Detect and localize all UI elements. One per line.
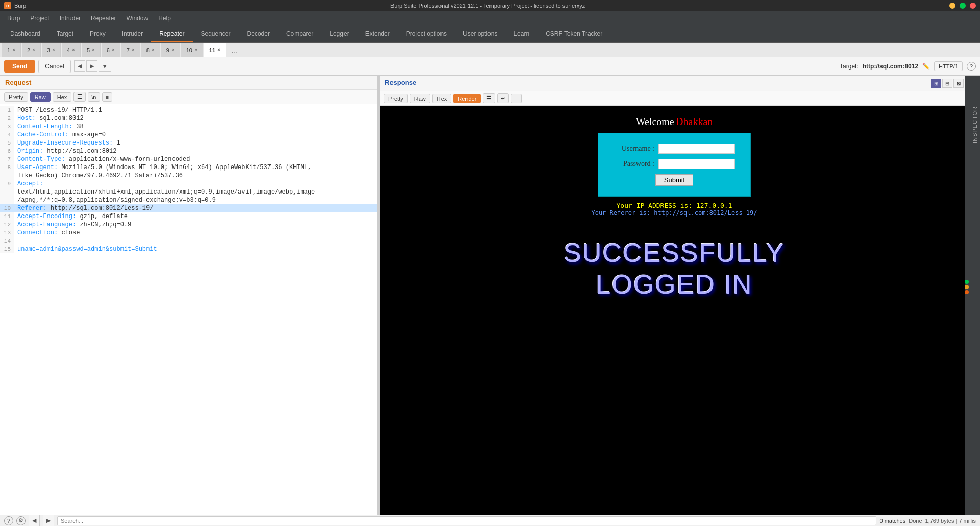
back-button[interactable]: ◀ [74,60,85,72]
response-header: Response ⊞ ⊟ ⊠ [380,76,969,91]
req-menu-btn[interactable]: ≡ [102,92,112,102]
code-line-5: 5 Upgrade-Insecure-Requests: 1 [0,139,377,147]
tab-intruder[interactable]: Intruder [114,26,151,42]
window-controls[interactable]: B Burp [4,2,26,9]
bottom-bar: ? ⚙ ◀ ▶ 0 matches Done 1,769 bytes | 7 m… [0,515,980,526]
menu-repeater[interactable]: Repeater [86,13,121,24]
send-button[interactable]: Send [4,60,35,73]
target-label: Target: [840,63,859,70]
resp-pretty-btn[interactable]: Pretty [384,94,408,103]
rep-tab-4[interactable]: 4 × [62,43,81,57]
code-line-9a: text/html,application/xhtml+xml,applicat… [0,188,377,196]
rep-tab-6[interactable]: 6 × [102,43,120,57]
win-buttons[interactable] [949,3,976,9]
tab-comparer[interactable]: Comparer [278,26,322,42]
menu-project[interactable]: Project [25,13,54,24]
tab-user-options[interactable]: User options [455,26,505,42]
bottom-forward-button[interactable]: ▶ [43,515,54,526]
down-arrow-button[interactable]: ▼ [99,61,111,72]
rep-tab-7[interactable]: 7 × [121,43,140,57]
rep-tab-5[interactable]: 5 × [82,43,101,57]
cancel-button[interactable]: Cancel [38,60,70,73]
resp-hex-btn[interactable]: Hex [432,94,452,103]
resp-raw-btn[interactable]: Raw [410,94,430,103]
menubar-burp: Burp [14,3,26,9]
rep-tab-9[interactable]: 9 × [161,43,180,57]
req-pretty-btn[interactable]: Pretty [4,92,28,102]
rep-tab-3[interactable]: 3 × [42,43,61,57]
rep-tab-1[interactable]: 1 × [2,43,21,57]
username-row: Username : [614,144,735,154]
settings-button[interactable]: ⚙ [16,516,26,525]
tab-proxy[interactable]: Proxy [82,26,114,42]
titlebar: B Burp Burp Suite Professional v2021.12.… [0,0,980,11]
request-code-area[interactable]: 1 POST /Less-19/ HTTP/1.1 2 Host: sql.co… [0,104,377,515]
tab-csrf[interactable]: CSRF Token Tracker [537,26,610,42]
welcome-text: Welcome [636,116,674,127]
tab-project-options[interactable]: Project options [398,26,455,42]
nav-arrows: ◀ ▶ ▼ [74,60,111,72]
toolbar: Send Cancel ◀ ▶ ▼ Target: http://sql.com… [0,57,980,76]
rep-tab-2[interactable]: 2 × [22,43,41,57]
request-header: Request [0,76,377,90]
maximize-button[interactable] [960,3,966,9]
code-line-9b: /apng,*/*;q=0.8,application/signed-excha… [0,196,377,204]
tab-sequencer[interactable]: Sequencer [193,26,239,42]
minimize-button[interactable] [949,3,955,9]
view-single-btn[interactable]: ⊠ [953,79,964,88]
dhakkan-text: Dhakkan [676,116,713,127]
referer-text: Your Referer is: http://sql.com:8012/Les… [380,209,969,217]
code-line-8b: like Gecko) Chrome/97.0.4692.71 Safari/5… [0,172,377,180]
tab-dashboard[interactable]: Dashboard [2,26,48,42]
code-line-15: 15 uname=admin&passwd=admin&submit=Submi… [0,245,377,253]
tab-extender[interactable]: Extender [357,26,398,42]
request-format-bar: Pretty Raw Hex ☰ \n ≡ [0,90,377,104]
password-input[interactable] [658,159,735,169]
tab-logger[interactable]: Logger [322,26,357,42]
edit-icon[interactable]: ✏️ [922,63,930,70]
http-version[interactable]: HTTP/1 [934,61,963,71]
tab-target[interactable]: Target [48,26,82,42]
inspector-label[interactable]: INSPECTOR [972,106,978,144]
close-button[interactable] [970,3,976,9]
req-hex-btn[interactable]: Hex [53,92,72,102]
search-input[interactable] [57,516,876,525]
bottom-help-button[interactable]: ? [4,516,13,525]
code-line-9: 9 Accept: [0,180,377,188]
code-line-2: 2 Host: sql.com:8012 [0,114,377,123]
bytes-info: 1,769 bytes | 7 millis [925,518,976,524]
rep-tab-10[interactable]: 10 × [181,43,203,57]
forward-button[interactable]: ▶ [86,60,97,72]
view-horizontal-btn[interactable]: ⊟ [942,79,952,88]
username-input[interactable] [658,144,735,154]
submit-button[interactable]: Submit [655,174,693,186]
resp-newline-btn[interactable]: ↵ [497,93,509,103]
tab-repeater[interactable]: Repeater [151,26,192,42]
rendered-welcome: Welcome Dhakkan [380,106,969,128]
tab-learn[interactable]: Learn [505,26,537,42]
rep-tab-more[interactable]: ... [227,43,241,57]
req-list-btn[interactable]: ☰ [74,92,86,102]
req-raw-btn[interactable]: Raw [30,92,51,102]
response-format-bar: Pretty Raw Hex Render ☰ ↵ ≡ [380,91,969,106]
view-split-btn[interactable]: ⊞ [931,79,941,88]
app-icon: B [4,2,11,9]
resp-menu-btn[interactable]: ≡ [511,94,521,103]
menu-window[interactable]: Window [121,13,153,24]
rep-tab-8[interactable]: 8 × [141,43,160,57]
menu-intruder[interactable]: Intruder [55,13,86,24]
resp-list-btn[interactable]: ☰ [483,93,495,103]
tab-decoder[interactable]: Decoder [239,26,278,42]
response-panel: Response ⊞ ⊟ ⊠ Pretty Raw Hex Render ☰ ↵… [380,76,969,515]
code-line-12: 12 Accept-Language: zh-CN,zh;q=0.9 [0,221,377,229]
resp-render-btn[interactable]: Render [453,94,481,103]
success-text: SUCCESSFULLY LOGGED IN [380,237,969,301]
rep-tab-11[interactable]: 11 × [204,43,226,57]
help-button[interactable]: ? [967,62,976,71]
bottom-back-button[interactable]: ◀ [29,515,40,526]
menu-help[interactable]: Help [153,13,176,24]
menu-burp[interactable]: Burp [2,13,25,24]
request-panel: Request Pretty Raw Hex ☰ \n ≡ 1 POST /Le… [0,76,378,515]
matches-count: 0 matches [879,518,905,524]
req-newline-btn[interactable]: \n [88,92,100,102]
